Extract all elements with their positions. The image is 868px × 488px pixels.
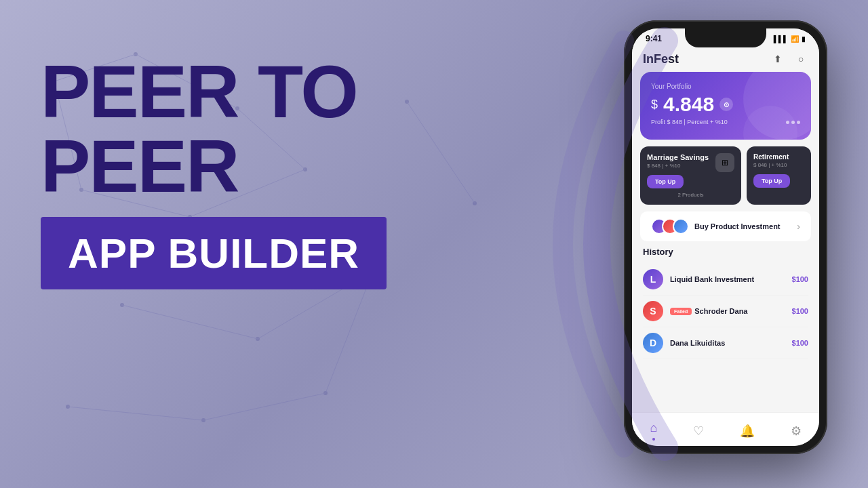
svg-line-21 (68, 407, 203, 420)
eye-icon[interactable]: ⊙ (719, 98, 733, 111)
deco-bracket-left (522, 27, 658, 464)
history-amount-1: $100 (792, 307, 808, 315)
history-amount-0: $100 (792, 275, 808, 283)
upload-icon[interactable]: ⬆ (770, 52, 785, 66)
card2-title: Retirement (753, 153, 804, 161)
card2-sub: $ 848 | + %10 (753, 162, 804, 168)
subtitle-text: APP BUILDER (68, 229, 359, 277)
nav-settings[interactable]: ⚙ (791, 424, 802, 439)
bell-icon: 🔔 (740, 424, 755, 439)
main-title-line1: PEER TO (41, 54, 515, 129)
gear-icon: ⚙ (791, 424, 802, 439)
main-title-line2: PEER (41, 129, 515, 203)
svg-line-19 (122, 305, 258, 339)
buy-product-chevron: › (797, 221, 800, 232)
subtitle-box: APP BUILDER (41, 217, 387, 289)
refresh-icon[interactable]: ○ (793, 52, 808, 66)
header-icons: ⬆ ○ (770, 52, 808, 66)
svg-line-25 (326, 271, 373, 393)
retirement-card: Retirement $ 848 | + %10 Top Up (747, 146, 811, 205)
nav-notifications[interactable]: 🔔 (740, 424, 755, 439)
svg-line-22 (203, 393, 326, 420)
card1-icon: ⊞ (715, 153, 734, 172)
signal-icon: ▌▌▌ (774, 35, 788, 43)
history-amount-2: $100 (792, 339, 808, 347)
phone-notch (685, 28, 766, 47)
more-dots[interactable] (786, 121, 800, 124)
left-content: PEER TO PEER APP BUILDER (41, 54, 515, 289)
battery-icon: ▮ (802, 35, 806, 43)
wifi-icon: 📶 (791, 35, 799, 43)
status-icons: ▌▌▌ 📶 ▮ (774, 35, 806, 43)
top-up-button-retirement[interactable]: Top Up (753, 174, 790, 188)
